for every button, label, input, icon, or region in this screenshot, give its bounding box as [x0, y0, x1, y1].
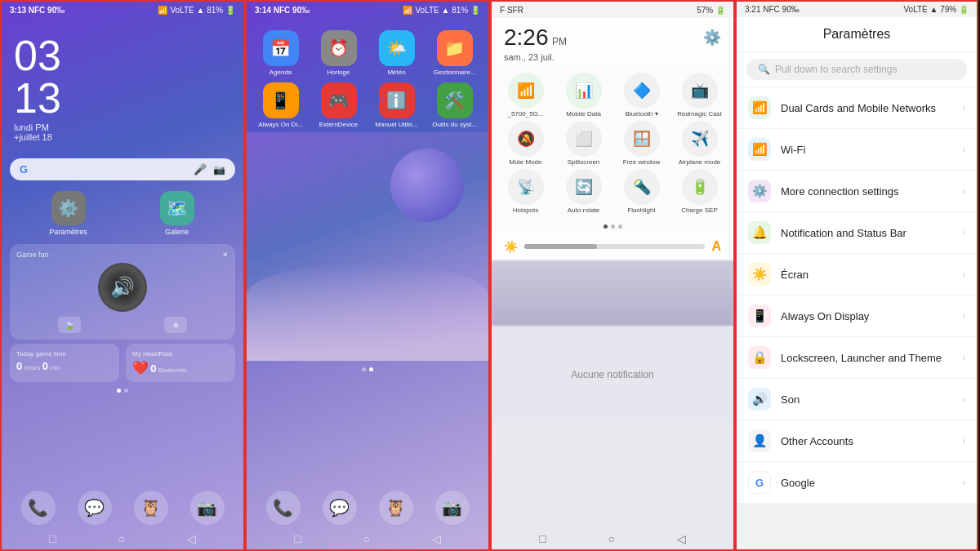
- ecran-label: Écran: [781, 269, 952, 281]
- qt-rotate[interactable]: 🔄 Auto-rotate: [556, 169, 611, 214]
- s2-nav-square[interactable]: □: [294, 532, 301, 545]
- notif-settings-icon[interactable]: ⚙️: [703, 29, 721, 47]
- brightness-bar[interactable]: [524, 244, 705, 249]
- dock-app3[interactable]: 🦉: [134, 491, 168, 525]
- dock-phone[interactable]: 📞: [21, 491, 56, 525]
- s1-status-bar: 3:13 NFC 90‰ 📶 VoLTE ▲ 81% 🔋: [2, 2, 243, 18]
- settings-search[interactable]: 🔍 Pull down to search settings: [737, 52, 977, 87]
- lens-icon[interactable]: 📷: [213, 164, 225, 176]
- qt-cast[interactable]: 📺 Redmagic Cast: [672, 73, 727, 118]
- app-galerie[interactable]: 🗺️ Galerie: [127, 191, 227, 236]
- s2-app-agenda[interactable]: 📅 Agenda: [255, 30, 306, 76]
- notif-time: 2:26: [504, 24, 549, 50]
- game-fan-widget: Game fan ✕ 🔊 🍃 ✳: [10, 244, 235, 340]
- aod-icon-box: 📱: [748, 304, 771, 327]
- qt-split-icon: ⬜: [566, 121, 602, 157]
- son-label: Son: [781, 393, 952, 406]
- s2-app-meteo[interactable]: 🌤️ Météo: [371, 30, 422, 76]
- settings-search-inner[interactable]: 🔍 Pull down to search settings: [746, 59, 967, 80]
- ecran-chevron: ›: [962, 269, 965, 280]
- fan-leaf-btn[interactable]: 🍃: [58, 317, 81, 333]
- s1-hour: 03: [14, 34, 231, 77]
- settings-item-other-accounts[interactable]: 👤 Other Accounts ›: [737, 420, 977, 462]
- google-chevron: ›: [962, 477, 965, 488]
- qt-split-label: Splitscreen: [568, 158, 600, 166]
- quick-tiles: 📶 _5700_5G... 📊 Mobile Data 🔷 Bluetooth …: [492, 66, 733, 220]
- lock-icon: 🔒: [752, 350, 768, 365]
- s2-nav-circle[interactable]: ○: [363, 532, 369, 545]
- s2-dock-messages[interactable]: 💬: [323, 491, 357, 525]
- settings-item-lockscreen[interactable]: 🔒 Lockscreen, Launcher and Theme ›: [737, 337, 977, 379]
- s2-dock-phone[interactable]: 📞: [266, 491, 301, 525]
- notif-date: sam., 23 juil.: [504, 52, 721, 62]
- s2-app-horloge[interactable]: ⏰ Horloge: [313, 30, 364, 76]
- manuel-icon: ℹ️: [379, 82, 415, 118]
- s3-nav-back[interactable]: ◁: [677, 532, 686, 545]
- settings-item-wifi[interactable]: 📶 Wi-Fi ›: [737, 129, 977, 171]
- no-notification-text: Aucune notification: [492, 326, 733, 424]
- qt-mute[interactable]: 🔕 Mute Mode: [498, 121, 553, 166]
- brightness-auto-icon[interactable]: A: [711, 239, 721, 254]
- qt-mobiledata[interactable]: 📊 Mobile Data: [556, 73, 611, 118]
- wifi-icon: 📶: [752, 142, 768, 157]
- qt-split[interactable]: ⬜ Splitscreen: [556, 121, 611, 166]
- gestionnaire-label: Gestionnaire...: [433, 69, 475, 76]
- settings-item-notification[interactable]: 🔔 Notification and Status Bar ›: [737, 212, 977, 254]
- screen1: 3:13 NFC 90‰ 📶 VoLTE ▲ 81% 🔋 03 13 lundi…: [0, 0, 245, 551]
- fan-star-btn[interactable]: ✳: [164, 317, 187, 333]
- nav-back[interactable]: ◁: [187, 532, 196, 545]
- planet-decoration: [390, 149, 464, 222]
- qt-mobiledata-label: Mobile Data: [566, 110, 601, 118]
- s2-app-manuel[interactable]: ℹ️ Manuel Utilis...: [371, 82, 422, 128]
- qt-bluetooth[interactable]: 🔷 Bluetooth ▾: [614, 73, 669, 118]
- qt-flashlight[interactable]: 🔦 Flashlight: [614, 169, 669, 214]
- search-icon: 🔍: [758, 64, 770, 75]
- s2-app-alwayson[interactable]: 📱 Always On Di...: [255, 82, 306, 128]
- qt-airplane[interactable]: ✈️ Airplane mode: [672, 121, 727, 166]
- accounts-icon: 👤: [752, 433, 768, 448]
- s2-dock-camera[interactable]: 📷: [435, 491, 470, 525]
- settings-item-ecran[interactable]: ☀️ Écran ›: [737, 254, 977, 295]
- s2-page-dots: [247, 367, 488, 371]
- app-parametres[interactable]: ⚙️ Paramètres: [18, 191, 118, 236]
- bottom-widgets: Today game time 0 hours 0 min My HeartRa…: [10, 344, 235, 382]
- qt-mute-icon: 🔕: [508, 121, 544, 157]
- s2-app-gestionnaire[interactable]: 📁 Gestionnaire...: [429, 30, 480, 76]
- s2-app-extern[interactable]: 🎮 ExternDevice: [313, 82, 364, 128]
- settings-item-son[interactable]: 🔊 Son ›: [737, 379, 977, 420]
- settings-item-more-connections[interactable]: ⚙️ More connection settings ›: [737, 171, 977, 212]
- notif-bar-icon: 🔔: [752, 225, 768, 240]
- qt-freewin[interactable]: 🪟 Free window: [614, 121, 669, 166]
- brightness-dim-icon: ☀️: [504, 240, 518, 253]
- s2-dock-app3[interactable]: 🦉: [379, 491, 413, 525]
- mic-icon[interactable]: 🎤: [194, 163, 207, 176]
- gfw-close-icon[interactable]: ✕: [222, 251, 229, 259]
- wifi-icon-box: 📶: [748, 138, 771, 161]
- heart-icon: ❤️: [132, 361, 149, 375]
- s2-status-left: 3:14 NFC 90‰: [255, 6, 310, 15]
- s2-nav-back[interactable]: ◁: [432, 532, 441, 545]
- settings-item-dual-cards[interactable]: 📶 Dual Cards and Mobile Networks ›: [737, 87, 977, 129]
- nav-circle[interactable]: ○: [118, 532, 124, 545]
- dock-camera[interactable]: 📷: [190, 491, 225, 525]
- settings-item-google[interactable]: G Google ›: [737, 462, 977, 504]
- s3-nav-square[interactable]: □: [539, 532, 546, 545]
- s2-app-outils[interactable]: 🛠️ Outils du syst...: [429, 82, 480, 128]
- qt-chargesep-label: Charge SEP: [681, 207, 717, 214]
- dock-messages[interactable]: 💬: [78, 491, 112, 525]
- dual-cards-chevron: ›: [962, 102, 965, 113]
- qt-hotspot[interactable]: 📡 Hotspots: [498, 169, 553, 214]
- nav-square[interactable]: □: [49, 532, 56, 545]
- more-conn-label: More connection settings: [781, 185, 952, 198]
- qt-chargesep[interactable]: 🔋 Charge SEP: [672, 169, 727, 214]
- parametres-icon: ⚙️: [51, 191, 86, 225]
- qt-flashlight-label: Flashlight: [627, 207, 655, 214]
- search-bar[interactable]: G 🎤 📷: [10, 158, 235, 180]
- qt-wifi[interactable]: 📶 _5700_5G...: [498, 73, 553, 118]
- accounts-label: Other Accounts: [781, 435, 952, 447]
- s3-nav-circle[interactable]: ○: [608, 532, 614, 545]
- s3-pdot3: [618, 224, 622, 229]
- s1-dock: 📞 💬 🦉 📷: [2, 491, 243, 525]
- settings-item-aod[interactable]: 📱 Always On Display ›: [737, 295, 977, 337]
- gfw-title: Game fan: [16, 251, 49, 259]
